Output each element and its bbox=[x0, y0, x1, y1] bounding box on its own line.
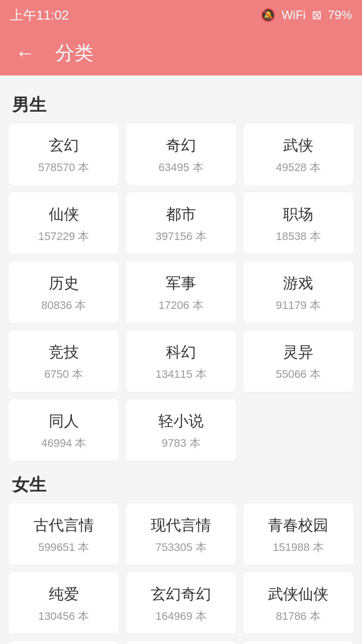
category-name-male-9: 竞技 bbox=[49, 342, 79, 363]
category-name-male-13: 轻小说 bbox=[158, 411, 204, 432]
category-card-female-8[interactable]: 悬疑灵异... bbox=[243, 640, 354, 644]
category-card-male-12[interactable]: 同人46994 本 bbox=[8, 398, 119, 461]
sim-icon: ⊠ bbox=[312, 8, 322, 22]
category-name-male-5: 职场 bbox=[283, 204, 313, 225]
category-count-male-3: 157229 本 bbox=[38, 229, 89, 244]
section-title-male: 男生 bbox=[8, 86, 354, 123]
category-count-male-11: 55066 本 bbox=[276, 367, 321, 382]
category-count-male-2: 49528 本 bbox=[276, 160, 321, 175]
category-card-male-1[interactable]: 奇幻63495 本 bbox=[125, 123, 236, 186]
category-card-male-6[interactable]: 历史80836 本 bbox=[8, 261, 119, 324]
category-card-male-13[interactable]: 轻小说9783 本 bbox=[125, 398, 236, 461]
category-count-male-13: 9783 本 bbox=[161, 436, 200, 451]
category-count-male-0: 578570 本 bbox=[38, 160, 89, 175]
category-card-male-2[interactable]: 武侠49528 本 bbox=[243, 123, 354, 186]
category-count-male-8: 91179 本 bbox=[276, 298, 321, 313]
category-card-male-8[interactable]: 游戏91179 本 bbox=[243, 261, 354, 324]
category-card-female-1[interactable]: 现代言情753305 本 bbox=[125, 503, 236, 566]
category-count-male-10: 134115 本 bbox=[155, 367, 207, 382]
category-card-female-6[interactable]: 科幻19597 本 bbox=[8, 640, 119, 644]
category-count-female-5: 81786 本 bbox=[276, 609, 321, 624]
category-card-male-11[interactable]: 灵异55066 本 bbox=[243, 330, 354, 392]
category-count-female-4: 164969 本 bbox=[155, 609, 207, 624]
category-count-male-4: 397156 本 bbox=[155, 229, 207, 244]
category-name-female-5: 武侠仙侠 bbox=[268, 584, 328, 605]
status-bar: 上午11:02 🔕 WiFi ⊠ 79% bbox=[0, 0, 362, 30]
content-area: 男生玄幻578570 本奇幻63495 本武侠49528 本仙侠157229 本… bbox=[0, 75, 362, 644]
category-name-male-1: 奇幻 bbox=[166, 135, 196, 156]
category-name-male-6: 历史 bbox=[49, 273, 79, 294]
category-count-male-12: 46994 本 bbox=[41, 436, 86, 451]
grid-female: 古代言情599651 本现代言情753305 本青春校园151988 本纯爱13… bbox=[8, 503, 354, 644]
category-count-male-6: 80836 本 bbox=[41, 298, 86, 313]
category-card-female-4[interactable]: 玄幻奇幻164969 本 bbox=[125, 572, 236, 634]
category-card-male-4[interactable]: 都市397156 本 bbox=[125, 192, 236, 255]
status-icons: 🔕 WiFi ⊠ 79% bbox=[260, 8, 352, 22]
category-name-male-3: 仙侠 bbox=[49, 204, 79, 225]
category-count-male-5: 18538 本 bbox=[276, 229, 321, 244]
page-header: ← 分类 bbox=[0, 30, 362, 75]
category-name-female-3: 纯爱 bbox=[49, 584, 79, 605]
category-card-male-9[interactable]: 竞技6750 本 bbox=[8, 330, 119, 392]
grid-male: 玄幻578570 本奇幻63495 本武侠49528 本仙侠157229 本都市… bbox=[8, 123, 354, 461]
category-name-male-4: 都市 bbox=[166, 204, 196, 225]
category-card-female-5[interactable]: 武侠仙侠81786 本 bbox=[243, 572, 354, 634]
category-name-male-8: 游戏 bbox=[283, 273, 313, 294]
category-name-female-1: 现代言情 bbox=[151, 515, 211, 536]
category-card-male-3[interactable]: 仙侠157229 本 bbox=[8, 192, 119, 255]
category-card-male-10[interactable]: 科幻134115 本 bbox=[125, 330, 236, 392]
category-name-male-7: 军事 bbox=[166, 273, 196, 294]
status-time: 上午11:02 bbox=[10, 7, 69, 24]
category-name-male-12: 同人 bbox=[49, 411, 79, 432]
category-name-female-4: 玄幻奇幻 bbox=[151, 584, 211, 605]
category-count-female-0: 599651 本 bbox=[38, 540, 89, 555]
category-card-female-0[interactable]: 古代言情599651 本 bbox=[8, 503, 119, 566]
category-count-female-2: 151988 本 bbox=[273, 540, 324, 555]
section-title-female: 女生 bbox=[8, 465, 354, 503]
category-card-female-2[interactable]: 青春校园151988 本 bbox=[243, 503, 354, 566]
category-card-male-5[interactable]: 职场18538 本 bbox=[243, 192, 354, 255]
category-count-female-1: 753305 本 bbox=[155, 540, 207, 555]
category-name-male-2: 武侠 bbox=[283, 135, 313, 156]
category-count-female-3: 130456 本 bbox=[38, 609, 89, 624]
category-card-female-7[interactable]: 游戏竞技6798 本 bbox=[125, 640, 236, 644]
category-name-male-10: 科幻 bbox=[166, 342, 196, 363]
category-count-male-9: 6750 本 bbox=[44, 367, 83, 382]
category-count-male-1: 63495 本 bbox=[158, 160, 203, 175]
wifi-icon: WiFi bbox=[282, 8, 306, 22]
category-name-female-0: 古代言情 bbox=[34, 515, 94, 536]
battery-text: 79% bbox=[328, 8, 352, 22]
category-name-male-11: 灵异 bbox=[283, 342, 313, 363]
category-card-female-3[interactable]: 纯爱130456 本 bbox=[8, 572, 119, 634]
category-name-female-2: 青春校园 bbox=[268, 515, 328, 536]
back-button[interactable]: ← bbox=[15, 42, 35, 64]
category-name-male-0: 玄幻 bbox=[49, 135, 79, 156]
page-title: 分类 bbox=[55, 40, 94, 66]
category-count-male-7: 17206 本 bbox=[158, 298, 203, 313]
notification-icon: 🔕 bbox=[260, 8, 276, 22]
category-card-male-0[interactable]: 玄幻578570 本 bbox=[8, 123, 119, 186]
category-card-male-7[interactable]: 军事17206 本 bbox=[125, 261, 236, 324]
